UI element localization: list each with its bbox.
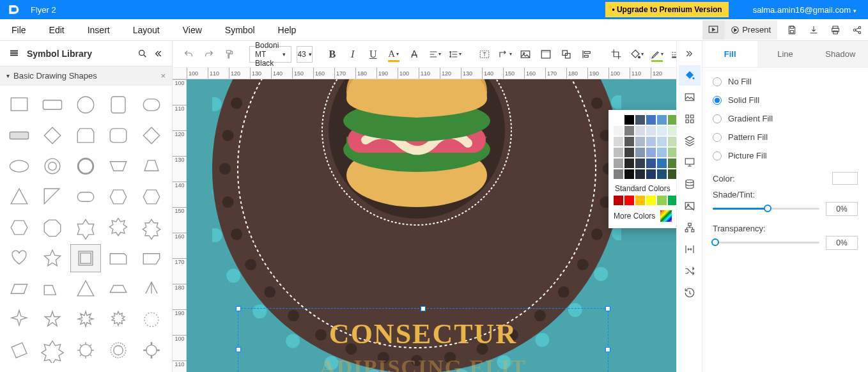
fill-option-solid-fill[interactable]: Solid Fill (713, 95, 858, 105)
menu-insert[interactable]: Insert (76, 25, 121, 35)
more-colors-button[interactable]: More Colors (614, 210, 676, 222)
color-swatch[interactable] (635, 159, 645, 168)
shape-item[interactable] (4, 275, 35, 303)
color-swatch[interactable] (646, 148, 656, 157)
shape-item[interactable] (103, 275, 134, 303)
color-swatch[interactable] (635, 148, 645, 157)
shape-item[interactable] (37, 121, 68, 150)
color-swatch[interactable] (646, 126, 656, 136)
shuffle-panel-icon[interactable] (679, 261, 701, 281)
shape-item[interactable] (37, 275, 68, 303)
color-swatch[interactable] (657, 196, 667, 205)
theme-panel-icon[interactable] (679, 196, 701, 216)
presentation-panel-icon[interactable] (679, 152, 701, 173)
menu-layout[interactable]: Layout (121, 25, 171, 35)
spacing-panel-icon[interactable] (679, 239, 701, 260)
grid-panel-icon[interactable] (679, 109, 701, 129)
tree-panel-icon[interactable] (679, 217, 701, 238)
transparency-slider[interactable]: 0% (713, 236, 858, 249)
redo-icon[interactable] (199, 45, 219, 64)
shape-item[interactable] (4, 183, 35, 211)
shape-item[interactable] (136, 306, 167, 334)
shape-item[interactable] (37, 336, 68, 364)
color-swatch[interactable] (614, 159, 623, 168)
shape-item[interactable] (136, 244, 167, 272)
shape-item[interactable] (4, 152, 35, 180)
menu-symbol[interactable]: Symbol (213, 25, 267, 35)
shape-item[interactable] (37, 244, 68, 272)
shape-item[interactable] (103, 91, 134, 119)
image-panel-icon[interactable] (679, 87, 701, 107)
shape-item[interactable] (136, 152, 167, 180)
insert-image-icon[interactable] (516, 45, 535, 64)
close-icon[interactable]: × (160, 71, 166, 81)
menu-edit[interactable]: Edit (38, 25, 76, 35)
pen-color-icon[interactable]: ▾ (647, 45, 667, 64)
shape-item[interactable] (70, 213, 101, 242)
color-swatch[interactable] (614, 115, 623, 125)
upgrade-button[interactable]: • Upgrade to Premium Version (605, 2, 728, 17)
color-swatch[interactable] (614, 126, 623, 136)
shape-item[interactable] (70, 91, 101, 119)
color-swatch[interactable] (635, 169, 645, 179)
color-swatch[interactable] (657, 137, 667, 146)
color-swatch[interactable] (624, 159, 634, 168)
color-swatch[interactable] (657, 115, 667, 125)
color-swatch[interactable] (646, 115, 656, 125)
color-swatch[interactable] (635, 137, 645, 146)
fill-option-pattern-fill[interactable]: Pattern Fill (713, 132, 858, 142)
shape-item[interactable] (70, 306, 101, 334)
color-swatch[interactable] (635, 126, 645, 136)
shape-item[interactable] (37, 306, 68, 334)
shape-item[interactable] (70, 152, 101, 180)
menu-help[interactable]: Help (267, 25, 308, 35)
shape-item[interactable] (4, 121, 35, 150)
text-box-icon[interactable]: T (475, 45, 494, 64)
shape-item[interactable] (37, 183, 68, 211)
line-spacing-icon[interactable]: ▾ (446, 45, 465, 64)
color-swatch[interactable] (646, 137, 656, 146)
shape-item[interactable] (37, 91, 68, 119)
shape-item[interactable] (4, 213, 35, 242)
color-swatch[interactable] (624, 196, 634, 205)
color-swatch[interactable] (668, 115, 676, 125)
fill-option-no-fill[interactable]: No Fill (713, 77, 858, 86)
shape-item[interactable] (70, 275, 101, 303)
present-button[interactable]: Present (724, 20, 777, 40)
color-swatch[interactable] (657, 159, 667, 168)
menu-file[interactable]: File (0, 25, 38, 35)
color-swatch[interactable] (635, 196, 645, 205)
align-objects-icon[interactable] (577, 45, 596, 64)
color-swatch[interactable] (624, 115, 634, 125)
print-icon[interactable] (825, 20, 846, 40)
shape-item[interactable] (70, 183, 101, 211)
fill-color-swatch[interactable] (832, 172, 858, 185)
collapse-icon[interactable] (150, 46, 166, 61)
align-icon[interactable]: ▾ (425, 45, 444, 64)
color-swatch[interactable] (668, 169, 676, 179)
account-menu[interactable]: salma.amin16@gmail.com▾ (741, 5, 868, 15)
shape-item[interactable] (4, 306, 35, 334)
color-swatch[interactable] (668, 159, 676, 168)
shape-item[interactable] (103, 183, 134, 211)
color-swatch[interactable] (614, 169, 623, 179)
connector-icon[interactable]: ▾ (495, 45, 515, 64)
expand-panel-icon[interactable] (679, 43, 701, 64)
shape-group-header[interactable]: ▾ Basic Drawing Shapes × (0, 66, 172, 86)
shape-item[interactable] (136, 91, 167, 119)
tab-fill[interactable]: Fill (702, 41, 757, 67)
fill-option-gradient-fill[interactable]: Gradient Fill (713, 114, 858, 123)
format-painter-icon[interactable] (220, 45, 239, 64)
slideshow-icon[interactable] (702, 20, 724, 40)
text-selection[interactable]: CONSECTUR ADIPISCING ELIT (238, 308, 608, 372)
color-swatch[interactable] (614, 137, 623, 146)
shape-item[interactable] (103, 336, 134, 364)
bold-icon[interactable]: B (323, 45, 342, 64)
shape-item[interactable] (70, 336, 101, 364)
container-icon[interactable] (536, 45, 555, 64)
save-icon[interactable] (781, 20, 803, 40)
color-swatch[interactable] (614, 148, 623, 157)
fill-option-picture-fill[interactable]: Picture Fill (713, 151, 858, 160)
history-panel-icon[interactable] (679, 283, 701, 303)
color-swatch[interactable] (668, 126, 676, 136)
